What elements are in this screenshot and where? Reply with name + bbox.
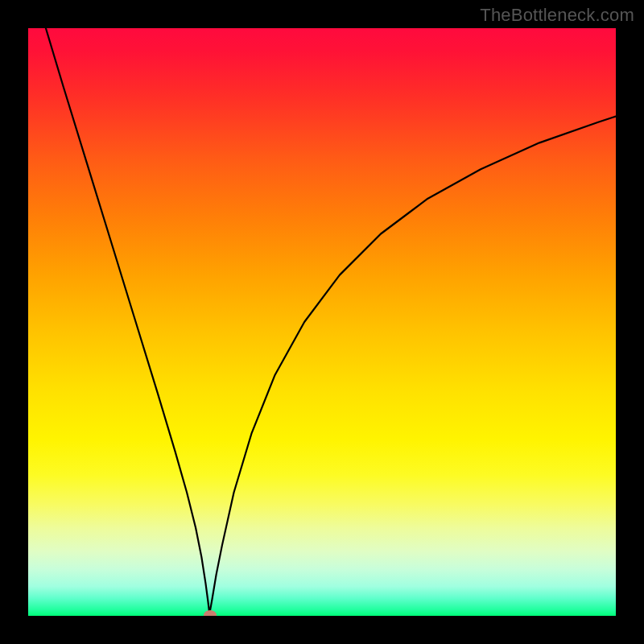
curve-svg	[28, 28, 616, 616]
bottleneck-curve	[46, 28, 616, 615]
watermark-text: TheBottleneck.com	[480, 5, 634, 26]
plot-area	[28, 28, 616, 616]
minimum-marker	[204, 610, 217, 616]
chart-container: TheBottleneck.com	[0, 0, 644, 644]
